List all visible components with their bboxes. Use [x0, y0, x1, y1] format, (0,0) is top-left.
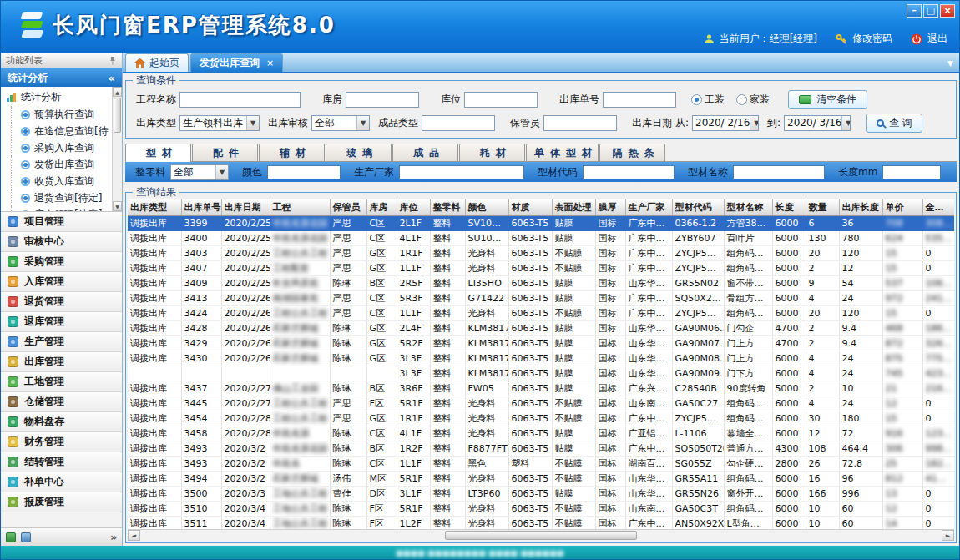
product-type-input[interactable] [422, 115, 495, 131]
tab-shipping-outbound-query[interactable]: 发货出库查询 × [190, 53, 283, 72]
sidebar-item-inbound[interactable]: 入库管理 [1, 272, 122, 292]
sidebar-item-warehouse[interactable]: 仓储管理 [1, 392, 122, 412]
sidebar-item-project[interactable]: 项目管理 [1, 212, 122, 232]
tree-item[interactable]: 收货入库查询 [1, 173, 112, 189]
material-tab-3[interactable]: 辅材 [259, 144, 325, 161]
column-header[interactable]: 材质 [508, 199, 552, 215]
tree-item[interactable]: 预算执行查询 [1, 106, 112, 123]
table-row[interactable]: 调拨出库34582020/2/28华苑名源陈琳C区4L1F整料光身料6063-T… [128, 426, 954, 441]
scroll-down-icon[interactable]: ▼ [113, 201, 122, 211]
more-chevron-icon[interactable]: » [110, 532, 117, 543]
close-button[interactable]: × [940, 4, 955, 18]
sidebar-item-site[interactable]: 工地管理 [1, 372, 122, 392]
collapse-icon[interactable]: « [109, 72, 115, 84]
column-header[interactable]: 出库长度 [839, 199, 882, 215]
table-row[interactable]: 调拨出库34132020/2/26南湖园著苑严思C区5R3F整料G7142260… [128, 290, 954, 305]
tree-root-statistics[interactable]: 统计分析 [1, 87, 112, 106]
sidebar-item-scrap[interactable]: 报废管理 [1, 492, 122, 512]
sidebar-item-carryover[interactable]: 结转管理 [1, 452, 122, 472]
sidebar-section-statistics[interactable]: 统计分析 « [1, 68, 122, 87]
column-header[interactable]: 数量 [806, 199, 839, 215]
maximize-button[interactable]: □ [923, 4, 938, 18]
date-from-picker[interactable]: 2020/ 2/16▼ [692, 115, 759, 131]
column-header[interactable]: 型材名称 [724, 199, 772, 215]
tree-item[interactable]: 库存管理[待定] [1, 206, 112, 212]
color-input[interactable] [267, 165, 341, 179]
change-password-link[interactable]: 修改密码 [852, 32, 892, 46]
column-header[interactable]: 出库单号 [181, 199, 221, 215]
table-row[interactable]: 调拨出库34372020/2/27佛山工业园陈琳B区3R6F整料FW056063… [128, 381, 954, 396]
table-row[interactable]: 调拨出库34092020/2/25长安风景苑陈琳B区2R5F整料LI35HO60… [128, 275, 954, 290]
date-to-picker[interactable]: 2020/ 3/16▼ [784, 115, 851, 131]
tab-home[interactable]: 起始页 [125, 53, 189, 72]
location-input[interactable] [464, 92, 538, 108]
column-header[interactable]: 保管员 [330, 199, 366, 215]
sidebar-item-production[interactable]: 生产管理 [1, 332, 122, 352]
table-row[interactable]: 调拨出库35102020/3/4工地公共工程陈琳F区5R1F整料光身料6063-… [128, 501, 954, 516]
column-header[interactable]: 金… [922, 199, 954, 215]
column-header[interactable]: 长度 [772, 199, 806, 215]
column-header[interactable]: 出库类型 [128, 199, 181, 215]
tree-scrollbar[interactable]: ▲ ▼ [112, 87, 122, 211]
column-header[interactable]: 表面处理 [552, 199, 595, 215]
sidebar-item-purchase[interactable]: 采购管理 [1, 252, 122, 272]
sidebar-item-return-warehouse[interactable]: 退库管理 [1, 312, 122, 332]
scroll-left-icon[interactable]: ◄ [128, 530, 140, 541]
tab-close-icon[interactable]: × [266, 58, 274, 68]
table-row[interactable]: 调拨出库34282020/2/26石家庄辉城陈琳G区2L4F整料KLM38176… [128, 320, 954, 335]
table-row[interactable]: 调拨出库34932020/3/2华苑名源花园陈琳B区1R2F整料F8877FT6… [128, 441, 954, 456]
sidebar-item-outbound[interactable]: 出库管理 [1, 352, 122, 372]
grid-icon[interactable] [6, 532, 16, 542]
scroll-right-icon[interactable]: ► [942, 530, 954, 541]
material-tab-5[interactable]: 成品 [392, 144, 458, 161]
table-row[interactable]: 调拨出库35002020/3/3工地公共工程曹佳D区3L1F整料LT3P6060… [128, 486, 954, 501]
column-header[interactable]: 工程 [270, 199, 330, 215]
material-tab-8[interactable]: 隔热条 [599, 144, 665, 161]
table-row[interactable]: 调拨出库33992020/2/25华苑名源花园严思C区2L1F整料SV10…60… [128, 215, 954, 230]
column-header[interactable]: 颜色 [465, 199, 508, 215]
table-row[interactable]: 调拨出库34002020/2/25华苑名源花园严思C区4L1F整料SU10…60… [128, 230, 954, 245]
column-header[interactable]: 出库日期 [221, 199, 270, 215]
whole-part-select[interactable]: 全部▼ [170, 164, 229, 180]
material-tab-7[interactable]: 单体型材 [526, 144, 599, 161]
warehouse-input[interactable] [346, 92, 419, 108]
tree-item[interactable]: 退货查询[待定] [1, 189, 112, 206]
work-decor-radio[interactable] [691, 94, 702, 105]
manufacturer-input[interactable] [399, 165, 524, 179]
table-row[interactable]: 调拨出库34302020/2/26石家庄辉城陈琳G区3L3F整料KLM38176… [128, 351, 954, 366]
scrollbar-thumb[interactable] [114, 98, 121, 133]
results-grid[interactable]: 出库类型出库单号出库日期工程保管员库房库位整零料颜色材质表面处理膜厚生产厂家型材… [128, 199, 954, 529]
tree-item[interactable]: 发货出库查询 [1, 156, 112, 173]
grid-horizontal-scrollbar[interactable]: ◄ ► [128, 529, 954, 541]
minimize-button[interactable]: – [907, 4, 922, 18]
keeper-input[interactable] [543, 115, 617, 131]
sidebar-item-finance[interactable]: 财务管理 [1, 432, 122, 452]
table-row[interactable]: 调拨出库34452020/2/27工程公共工程严思F区5R1F整料光身料6063… [128, 396, 954, 411]
table-row[interactable]: 调拨出库34942020/3/2石家庄辉城汤伟M区5R1F整料光身料6063-T… [128, 471, 954, 486]
sidebar-item-audit[interactable]: 审核中心 [1, 232, 122, 252]
query-button[interactable]: 查 询 [866, 114, 922, 133]
material-tab-1[interactable]: 型材 [125, 144, 191, 162]
material-tab-6[interactable]: 耗材 [459, 144, 525, 161]
logout-link[interactable]: 退出 [927, 32, 947, 46]
table-row[interactable]: 调拨出库34242020/2/26工程公共工程严思C区1L1F整料光身料6063… [128, 305, 954, 320]
length-input[interactable] [882, 165, 941, 179]
column-header[interactable]: 膜厚 [595, 199, 625, 215]
home-decor-radio[interactable] [736, 94, 747, 105]
scroll-up-icon[interactable]: ▲ [113, 87, 122, 97]
outbound-audit-select[interactable]: 全部▼ [311, 115, 370, 131]
pin-icon[interactable] [109, 56, 117, 65]
outbound-type-select[interactable]: 生产领料出库▼ [179, 115, 260, 131]
clear-conditions-button[interactable]: 清空条件 [788, 90, 867, 109]
sidebar-item-return-goods[interactable]: 退货管理 [1, 292, 122, 312]
computer-icon[interactable] [21, 532, 31, 542]
tree-item[interactable]: 在途信息查询[待 [1, 123, 112, 139]
column-header[interactable]: 生产厂家 [625, 199, 672, 215]
table-row[interactable]: 调拨出库34932020/3/2华苑名陈琳C区1L1F整料黑色塑料不贴膜国标湖南… [128, 456, 954, 471]
table-row[interactable]: 调拨出库34032020/2/25工程公共工程严思G区1R1F整料光身料6063… [128, 245, 954, 260]
column-header[interactable]: 型材代码 [672, 199, 724, 215]
profile-name-input[interactable] [733, 165, 825, 179]
column-header[interactable]: 库房 [366, 199, 397, 215]
column-header[interactable]: 单价 [882, 199, 922, 215]
table-row[interactable]: 调拨出库34292020/2/26石家庄辉城陈琳G区5R2F整料KLM38176… [128, 335, 954, 351]
